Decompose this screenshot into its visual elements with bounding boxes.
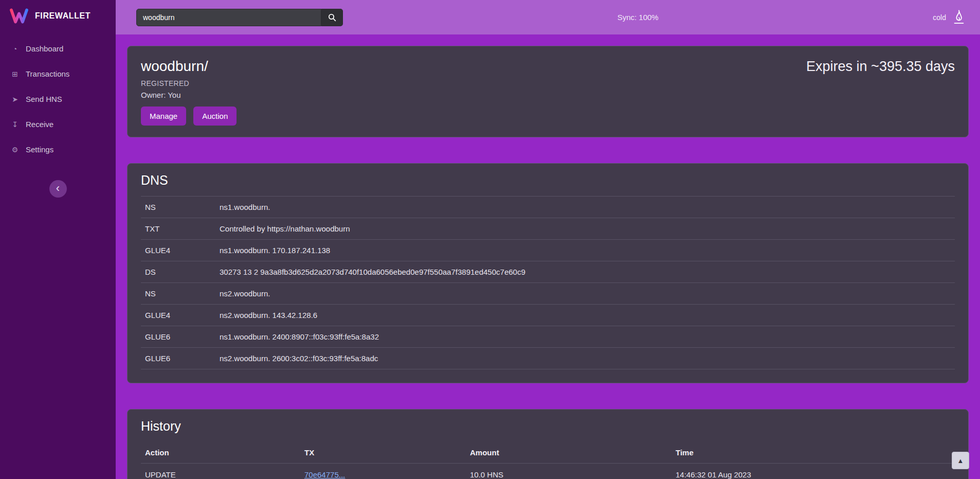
dns-record-type: GLUE4 bbox=[141, 240, 215, 261]
search-group bbox=[136, 9, 343, 26]
history-header-row: Action TX Amount Time bbox=[141, 442, 955, 464]
content: woodburn/ REGISTERED Owner: You Manage A… bbox=[116, 34, 980, 479]
dns-record-type: NS bbox=[141, 283, 215, 305]
dns-record-type: DS bbox=[141, 261, 215, 283]
main-area: Sync: 100% cold woodburn/ REGISTERED Own… bbox=[116, 0, 980, 479]
scroll-to-top-button[interactable]: ▲ bbox=[952, 452, 969, 469]
topbar: Sync: 100% cold bbox=[116, 0, 980, 34]
history-col-time: Time bbox=[672, 442, 955, 464]
dns-record-row: NS ns2.woodburn. bbox=[141, 283, 955, 305]
sidebar-nav: ◔ Dashboard ⊞ Transactions ➤ Send HNS ↧ … bbox=[0, 36, 116, 162]
manage-button[interactable]: Manage bbox=[141, 107, 186, 126]
dns-record-type: GLUE4 bbox=[141, 305, 215, 326]
dns-record-value: 30273 13 2 9a3a8fb3d625d2a2073d740f10da6… bbox=[215, 261, 955, 283]
dns-record-row: GLUE6 ns2.woodburn. 2600:3c02::f03c:93ff… bbox=[141, 348, 955, 369]
search-button[interactable] bbox=[321, 9, 343, 26]
dns-record-value: ns1.woodburn. bbox=[215, 197, 955, 218]
history-row: UPDATE 70e64775... 10.0 HNS 14:46:32 01 … bbox=[141, 464, 955, 479]
sidebar-item-label: Receive bbox=[26, 120, 53, 129]
dns-record-value: ns2.woodburn. bbox=[215, 283, 955, 305]
history-action: UPDATE bbox=[141, 464, 300, 479]
dns-record-row: DS 30273 13 2 9a3a8fb3d625d2a2073d740f10… bbox=[141, 261, 955, 283]
sidebar-item-receive[interactable]: ↧ Receive bbox=[0, 112, 116, 137]
chevron-left-icon: ‹ bbox=[56, 181, 60, 196]
dns-table: NS ns1.woodburn. TXT Controlled by https… bbox=[141, 196, 955, 369]
sidebar-item-dashboard[interactable]: ◔ Dashboard bbox=[0, 36, 116, 61]
history-col-tx: TX bbox=[300, 442, 466, 464]
dns-record-type: GLUE6 bbox=[141, 348, 215, 369]
search-input[interactable] bbox=[136, 9, 321, 26]
wallet-mode: cold bbox=[933, 9, 967, 26]
flame-icon bbox=[951, 9, 967, 26]
send-icon: ➤ bbox=[10, 95, 20, 103]
history-time: 14:46:32 01 Aug 2023 bbox=[672, 464, 955, 479]
brand: FIREWALLET bbox=[0, 0, 116, 32]
sync-status: Sync: 100% bbox=[343, 13, 933, 22]
firewallet-logo-icon bbox=[9, 8, 29, 24]
brand-name: FIREWALLET bbox=[35, 11, 90, 21]
sidebar-item-settings[interactable]: ⚙ Settings bbox=[0, 137, 116, 162]
dns-record-type: TXT bbox=[141, 218, 215, 240]
dns-record-value: ns2.woodburn. 2600:3c02::f03c:93ff:fe5a:… bbox=[215, 348, 955, 369]
sidebar-item-send-hns[interactable]: ➤ Send HNS bbox=[0, 86, 116, 112]
dns-record-value: ns1.woodburn. 170.187.241.138 bbox=[215, 240, 955, 261]
history-col-amount: Amount bbox=[466, 442, 672, 464]
wallet-mode-label: cold bbox=[933, 13, 946, 22]
receive-icon: ↧ bbox=[10, 120, 20, 129]
tx-link[interactable]: 70e64775... bbox=[304, 470, 345, 479]
search-icon bbox=[328, 13, 336, 22]
dns-record-row: TXT Controlled by https://nathan.woodbur… bbox=[141, 218, 955, 240]
domain-owner: Owner: You bbox=[141, 91, 237, 99]
dns-record-value: ns2.woodburn. 143.42.128.6 bbox=[215, 305, 955, 326]
sidebar-item-transactions[interactable]: ⊞ Transactions bbox=[0, 61, 116, 86]
dns-title: DNS bbox=[141, 173, 955, 188]
dns-record-value: Controlled by https://nathan.woodburn bbox=[215, 218, 955, 240]
sidebar-item-label: Dashboard bbox=[26, 44, 63, 53]
dns-record-row: GLUE6 ns1.woodburn. 2400:8907::f03c:93ff… bbox=[141, 326, 955, 348]
sidebar-collapse-button[interactable]: ‹ bbox=[49, 180, 67, 198]
dns-record-type: NS bbox=[141, 197, 215, 218]
domain-card: woodburn/ REGISTERED Owner: You Manage A… bbox=[127, 46, 969, 137]
domain-expiry: Expires in ~395.35 days bbox=[806, 58, 955, 126]
auction-button[interactable]: Auction bbox=[193, 107, 237, 126]
dns-record-value: ns1.woodburn. 2400:8907::f03c:93ff:fe5a:… bbox=[215, 326, 955, 348]
dns-record-row: NS ns1.woodburn. bbox=[141, 197, 955, 218]
domain-name: woodburn/ bbox=[141, 58, 237, 75]
app-window: FIREWALLET ◔ Dashboard ⊞ Transactions ➤ … bbox=[0, 0, 980, 479]
sidebar-item-label: Transactions bbox=[26, 69, 69, 78]
dns-record-row: GLUE4 ns2.woodburn. 143.42.128.6 bbox=[141, 305, 955, 326]
domain-card-left: woodburn/ REGISTERED Owner: You Manage A… bbox=[141, 58, 237, 126]
sidebar-item-label: Settings bbox=[26, 145, 53, 154]
sidebar: FIREWALLET ◔ Dashboard ⊞ Transactions ➤ … bbox=[0, 0, 116, 479]
dns-card: DNS NS ns1.woodburn. TXT Controlled by h… bbox=[127, 163, 969, 383]
history-card: History Action TX Amount Time UPDATE bbox=[127, 409, 969, 479]
history-col-action: Action bbox=[141, 442, 300, 464]
dns-record-type: GLUE6 bbox=[141, 326, 215, 348]
dns-record-row: GLUE4 ns1.woodburn. 170.187.241.138 bbox=[141, 240, 955, 261]
history-table: Action TX Amount Time UPDATE 70e64775...… bbox=[141, 442, 955, 479]
gear-icon: ⚙ bbox=[10, 146, 20, 154]
domain-actions: Manage Auction bbox=[141, 107, 237, 126]
history-amount: 10.0 HNS bbox=[466, 464, 672, 479]
sidebar-item-label: Send HNS bbox=[26, 95, 62, 103]
domain-status: REGISTERED bbox=[141, 79, 237, 87]
speedometer-icon: ◔ bbox=[10, 45, 20, 53]
chevron-up-icon: ▲ bbox=[957, 457, 964, 465]
table-icon: ⊞ bbox=[10, 70, 20, 78]
history-title: History bbox=[141, 419, 955, 434]
